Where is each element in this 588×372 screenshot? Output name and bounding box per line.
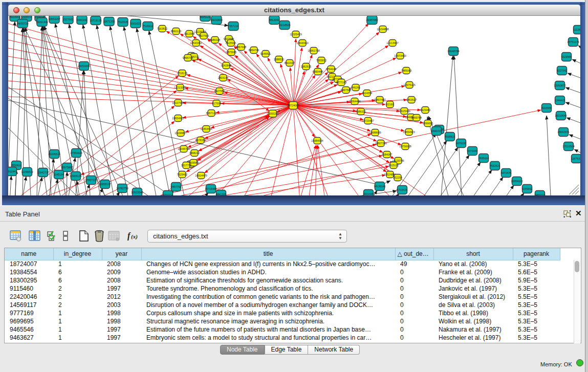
- svg-text:19654925: 19654925: [172, 117, 184, 120]
- svg-text:(x): (x): [131, 233, 138, 240]
- svg-text:10719135: 10719135: [90, 19, 102, 22]
- svg-text:9460213: 9460213: [535, 193, 546, 195]
- svg-text:9912954: 9912954: [184, 32, 195, 35]
- svg-text:14136141: 14136141: [374, 185, 386, 188]
- svg-text:9161023: 9161023: [130, 22, 141, 25]
- svg-text:1145194: 1145194: [54, 173, 64, 176]
- svg-text:7163822: 7163822: [157, 27, 168, 30]
- svg-text:15720407: 15720407: [362, 119, 374, 122]
- svg-text:19166827: 19166827: [175, 132, 187, 135]
- svg-text:9184067: 9184067: [382, 153, 393, 156]
- svg-text:10543362: 10543362: [190, 41, 202, 45]
- svg-text:7986322: 7986322: [356, 110, 366, 113]
- svg-text:16640910: 16640910: [296, 41, 309, 45]
- svg-text:8990448: 8990448: [313, 70, 323, 73]
- svg-text:10807487: 10807487: [374, 98, 386, 101]
- svg-text:1244415: 1244415: [555, 99, 565, 102]
- svg-text:9146821: 9146821: [260, 52, 271, 55]
- svg-text:252254: 252254: [393, 176, 402, 179]
- svg-text:9699695: 9699695: [423, 122, 433, 125]
- svg-text:20364436: 20364436: [349, 100, 361, 103]
- svg-text:11156819: 11156819: [21, 170, 33, 173]
- svg-text:9245652: 9245652: [522, 187, 533, 190]
- svg-text:12213369: 12213369: [174, 86, 186, 89]
- svg-text:2718176: 2718176: [177, 72, 188, 75]
- svg-text:2867608: 2867608: [236, 46, 247, 49]
- svg-text:10958107: 10958107: [99, 183, 111, 186]
- svg-text:8023561: 8023561: [10, 16, 20, 18]
- svg-text:10975867: 10975867: [61, 166, 73, 169]
- svg-text:16154808: 16154808: [377, 28, 389, 31]
- svg-text:f: f: [127, 231, 131, 240]
- svg-text:3875685: 3875685: [226, 51, 237, 54]
- svg-text:9702114: 9702114: [163, 193, 173, 195]
- svg-text:1362615: 1362615: [301, 65, 312, 68]
- svg-text:16210643: 16210643: [555, 114, 567, 117]
- svg-text:9457791: 9457791: [171, 185, 182, 188]
- svg-text:10107554: 10107554: [172, 101, 184, 104]
- svg-text:10923548: 10923548: [131, 191, 143, 194]
- svg-text:62160: 62160: [386, 103, 394, 106]
- svg-text:19654923: 19654923: [403, 130, 415, 134]
- svg-text:8938923: 8938923: [445, 135, 455, 138]
- svg-text:9896701: 9896701: [183, 56, 193, 59]
- svg-text:9777163: 9777163: [336, 81, 347, 84]
- svg-text:14055724: 14055724: [16, 22, 29, 25]
- svg-text:9329966: 9329966: [561, 55, 572, 58]
- svg-text:10973493: 10973493: [394, 54, 406, 57]
- svg-text:6466160: 6466160: [77, 18, 88, 21]
- svg-text:12975115: 12975115: [403, 83, 415, 86]
- svg-text:11325419: 11325419: [290, 33, 301, 36]
- svg-text:9031445: 9031445: [363, 192, 374, 195]
- svg-text:9474444: 9474444: [467, 149, 478, 152]
- svg-text:2803144: 2803144: [218, 76, 229, 79]
- svg-text:1167533: 1167533: [571, 157, 580, 160]
- svg-text:15692971: 15692971: [557, 130, 570, 134]
- svg-text:8454749: 8454749: [249, 49, 259, 52]
- svg-text:16648784: 16648784: [447, 50, 460, 53]
- svg-text:20053346: 20053346: [78, 64, 90, 68]
- svg-text:8322037: 8322037: [285, 61, 295, 64]
- svg-text:1405572: 1405572: [21, 16, 32, 18]
- svg-text:11353594: 11353594: [200, 127, 212, 130]
- svg-text:16914479: 16914479: [195, 174, 207, 177]
- svg-text:1615132: 1615132: [388, 164, 399, 167]
- svg-text:8115546: 8115546: [226, 41, 236, 45]
- svg-text:15716485: 15716485: [205, 187, 217, 190]
- svg-text:7955812: 7955812: [316, 59, 327, 62]
- svg-text:15751074: 15751074: [567, 40, 579, 43]
- svg-text:3217752: 3217752: [181, 164, 192, 167]
- svg-text:8215955: 8215955: [541, 106, 552, 110]
- svg-text:19384554: 19384554: [311, 139, 323, 142]
- svg-text:2935114: 2935114: [478, 157, 489, 160]
- svg-text:8841305: 8841305: [216, 193, 227, 195]
- svg-text:7516612: 7516612: [143, 25, 154, 28]
- svg-text:9115460: 9115460: [420, 108, 430, 112]
- svg-text:19218506: 19218506: [278, 24, 291, 27]
- svg-text:8678352: 8678352: [195, 139, 206, 142]
- svg-text:8267130: 8267130: [206, 112, 217, 115]
- svg-text:10025433: 10025433: [398, 110, 410, 113]
- svg-text:20091406: 20091406: [36, 20, 48, 24]
- svg-text:8660123: 8660123: [171, 30, 182, 33]
- svg-text:12213967: 12213967: [386, 41, 399, 45]
- svg-text:10653267: 10653267: [48, 17, 60, 20]
- svg-text:10688609: 10688609: [369, 131, 381, 134]
- svg-text:10654112: 10654112: [511, 180, 522, 183]
- svg-text:10046726: 10046726: [178, 147, 190, 150]
- svg-text:17016504: 17016504: [562, 145, 575, 148]
- svg-text:1733426: 1733426: [397, 188, 408, 191]
- svg-text:3624554: 3624554: [362, 92, 373, 95]
- svg-text:8550611: 8550611: [11, 164, 21, 167]
- svg-text:9327503: 9327503: [199, 34, 209, 37]
- svg-text:1588520: 1588520: [274, 58, 285, 61]
- svg-text:16033809: 16033809: [210, 18, 223, 21]
- svg-text:7632621: 7632621: [490, 164, 500, 167]
- svg-text:8186328: 8186328: [210, 38, 221, 41]
- svg-text:8459784: 8459784: [411, 116, 422, 119]
- svg-text:19756928: 19756928: [399, 145, 411, 148]
- svg-text:8471676: 8471676: [501, 171, 512, 174]
- svg-text:746266: 746266: [351, 86, 360, 89]
- svg-text:3498222: 3498222: [189, 151, 200, 155]
- svg-text:7357224: 7357224: [228, 25, 239, 28]
